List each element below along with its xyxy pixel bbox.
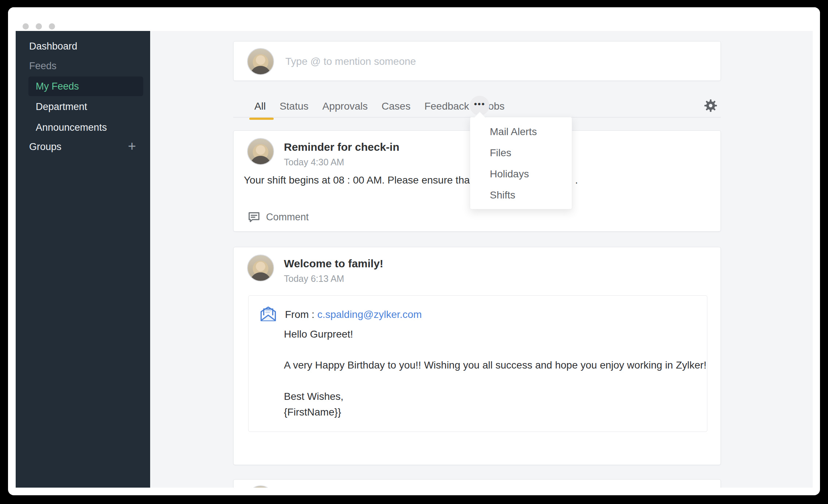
window-titlebar <box>8 7 820 31</box>
tabs-overflow-menu: Mail Alerts Files Holidays Shifts <box>470 117 572 209</box>
email-body-line: A very Happy Birthday to you!! Wishing y… <box>284 359 706 371</box>
from-label: From : <box>285 309 315 320</box>
email-body-line: {FirstName}} <box>284 406 341 418</box>
avatar <box>247 485 274 488</box>
tab-all[interactable]: All <box>254 101 266 112</box>
tab-approvals[interactable]: Approvals <box>323 101 368 112</box>
post-body-trailing: . <box>575 174 578 186</box>
avatar <box>247 255 274 281</box>
email-body-line: Best Wishes, <box>284 391 343 402</box>
sidebar-section-feeds[interactable]: Feeds <box>29 60 56 72</box>
window-control-icon[interactable] <box>49 23 55 29</box>
email-from-row: From : c.spalding@zylker.com <box>285 309 422 320</box>
menu-item-holidays[interactable]: Holidays <box>470 164 572 185</box>
desktop-background: Dashboard Feeds My Feeds Department Anno… <box>0 0 828 504</box>
comment-button[interactable]: Comment <box>247 210 309 224</box>
feed-settings-button[interactable] <box>703 98 718 113</box>
app-window: Dashboard Feeds My Feeds Department Anno… <box>8 7 820 495</box>
sidebar-item-label: My Feeds <box>36 80 79 92</box>
window-control-icon[interactable] <box>36 23 42 29</box>
menu-item-shifts[interactable]: Shifts <box>470 185 572 206</box>
email-body-line: Hello Gurpreet! <box>284 328 353 340</box>
feed-post-partial <box>233 479 721 488</box>
window-control-icon[interactable] <box>23 23 29 29</box>
ellipsis-icon: ••• <box>474 100 485 111</box>
add-group-icon[interactable]: + <box>128 139 136 153</box>
tab-status[interactable]: Status <box>280 101 308 112</box>
gear-icon <box>703 98 718 113</box>
comment-icon <box>247 210 261 224</box>
post-body: Your shift begins at 08 : 00 AM. Please … <box>244 174 486 186</box>
menu-item-mail-alerts[interactable]: Mail Alerts <box>470 121 572 142</box>
sidebar: Dashboard Feeds My Feeds Department Anno… <box>16 31 150 488</box>
sender-email-link[interactable]: c.spalding@zylker.com <box>317 309 422 320</box>
open-envelope-icon <box>259 304 278 323</box>
post-title: Welcome to family! <box>284 257 383 270</box>
post-timestamp: Today 4:30 AM <box>284 157 344 168</box>
feeds-main-area: All Status Approvals Cases Feedback Jobs… <box>150 31 813 488</box>
menu-item-files[interactable]: Files <box>470 142 572 164</box>
email-preview-card: From : c.spalding@zylker.com Hello Gurpr… <box>248 295 707 432</box>
comment-label: Comment <box>266 212 309 223</box>
status-composer <box>233 41 721 81</box>
mention-input[interactable] <box>285 52 704 71</box>
tab-cases[interactable]: Cases <box>382 101 410 112</box>
sidebar-item-my-feeds[interactable]: My Feeds <box>28 76 143 96</box>
feed-post-welcome: Welcome to family! Today 6:13 AM From : … <box>233 247 721 465</box>
avatar <box>247 138 274 165</box>
tab-feedback[interactable]: Feedback <box>424 101 469 112</box>
sidebar-item-department[interactable]: Department <box>36 101 87 113</box>
post-timestamp: Today 6:13 AM <box>284 273 344 284</box>
sidebar-item-announcements[interactable]: Announcements <box>36 121 107 134</box>
post-title: Reminder for check-in <box>284 141 399 153</box>
sidebar-item-groups[interactable]: Groups <box>29 141 62 153</box>
sidebar-item-dashboard[interactable]: Dashboard <box>29 40 77 52</box>
avatar <box>247 48 274 75</box>
